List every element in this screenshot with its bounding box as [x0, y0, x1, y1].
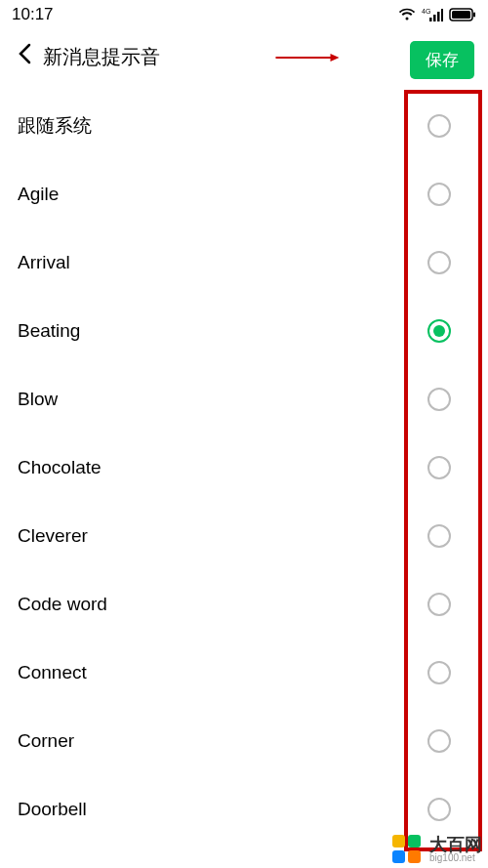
back-button[interactable] [12, 43, 37, 70]
radio-button[interactable] [427, 729, 451, 753]
radio-button[interactable] [427, 251, 451, 274]
radio-button[interactable] [427, 319, 451, 343]
sound-label: Chocolate [18, 457, 102, 478]
sound-option[interactable]: Connect [0, 639, 488, 707]
signal-icon: 4G [422, 8, 443, 21]
sound-option[interactable]: Arrival [0, 228, 488, 297]
status-time: 10:17 [12, 5, 54, 24]
svg-rect-12 [392, 850, 405, 863]
watermark-sub: big100.net [429, 853, 482, 863]
svg-marker-9 [331, 54, 340, 62]
sound-label: Connect [18, 662, 87, 683]
svg-rect-2 [433, 15, 436, 21]
watermark: 大百网 big100.net [390, 833, 482, 866]
svg-rect-4 [441, 9, 443, 21]
save-button[interactable]: 保存 [410, 41, 474, 79]
radio-button[interactable] [427, 183, 451, 206]
radio-button[interactable] [427, 798, 451, 821]
sound-option[interactable]: 跟随系统 [0, 92, 488, 160]
radio-button[interactable] [427, 456, 451, 479]
sound-label: Beating [18, 320, 80, 342]
wifi-icon [398, 8, 416, 21]
sound-label: Cleverer [18, 525, 88, 547]
svg-rect-11 [408, 835, 421, 847]
battery-icon [449, 8, 476, 21]
sound-option[interactable]: Corner [0, 707, 488, 775]
svg-rect-10 [392, 835, 405, 847]
radio-button[interactable] [427, 388, 451, 411]
sound-option[interactable]: Code word [0, 570, 488, 639]
radio-button[interactable] [427, 524, 451, 548]
chevron-left-icon [18, 43, 31, 64]
arrow-annotation [244, 53, 371, 62]
svg-text:4G: 4G [422, 8, 430, 15]
svg-rect-1 [429, 18, 432, 21]
radio-button[interactable] [427, 114, 451, 138]
sound-label: Corner [18, 730, 74, 752]
sound-label: Code word [18, 594, 107, 615]
sound-option[interactable]: Cleverer [0, 502, 488, 570]
svg-rect-13 [408, 850, 421, 863]
page-title: 新消息提示音 [43, 44, 160, 70]
status-icons: 4G [398, 8, 476, 21]
sound-option[interactable]: Agile [0, 160, 488, 228]
sound-label: Agile [18, 184, 59, 205]
sound-label: Arrival [18, 252, 70, 273]
status-bar: 10:17 4G [0, 0, 488, 29]
sound-label: Doorbell [18, 799, 87, 820]
sound-label: 跟随系统 [18, 113, 92, 139]
header: 新消息提示音 保存 [0, 29, 488, 84]
sound-option[interactable]: Blow [0, 365, 488, 434]
svg-rect-3 [437, 12, 440, 21]
sound-option[interactable]: Chocolate [0, 434, 488, 502]
sound-option[interactable]: Beating [0, 297, 488, 365]
watermark-text: 大百网 big100.net [429, 836, 482, 863]
sound-label: Blow [18, 389, 58, 410]
radio-button[interactable] [427, 593, 451, 616]
svg-rect-7 [473, 13, 475, 18]
radio-button[interactable] [427, 661, 451, 684]
sound-list: 跟随系统AgileArrivalBeatingBlowChocolateClev… [0, 84, 488, 844]
svg-rect-6 [452, 11, 470, 19]
watermark-logo-icon [390, 833, 424, 866]
watermark-main: 大百网 [429, 836, 482, 853]
